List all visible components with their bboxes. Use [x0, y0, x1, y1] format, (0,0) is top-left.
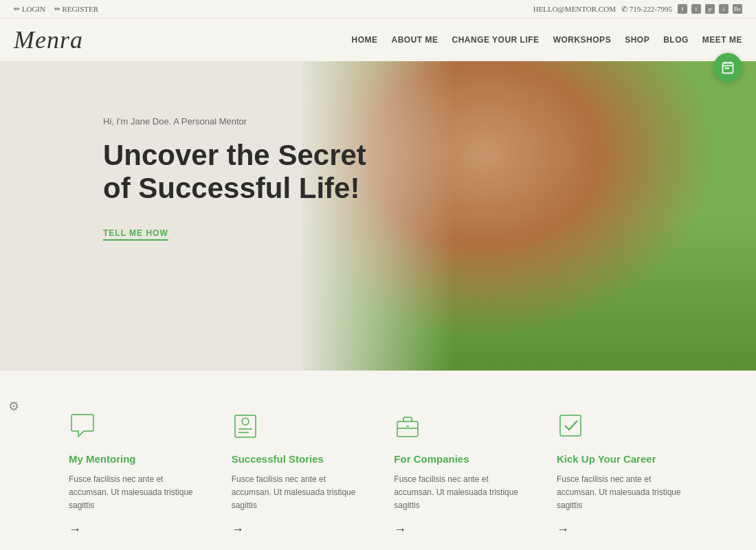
feature-career: Kick Up Your Career Fusce facilisis nec …: [543, 412, 701, 537]
mentoring-icon: [69, 412, 199, 442]
top-bar: ✏ LOGIN ✏ REGISTER HELLO@MENTOR.COM ✆ 71…: [0, 0, 756, 19]
facebook-icon[interactable]: f: [678, 4, 687, 14]
stories-icon: [232, 412, 362, 442]
badge-card-icon: [232, 412, 259, 439]
svg-rect-13: [560, 415, 581, 436]
stories-desc: Fusce facilisis nec ante et accumsan. Ut…: [232, 473, 362, 513]
hero-cta-link[interactable]: TELL ME HOW: [103, 228, 168, 241]
mentoring-desc: Fusce facilisis nec ante et accumsan. Ut…: [69, 473, 199, 513]
nav-about[interactable]: ABOUT ME: [392, 35, 438, 45]
companies-icon: [394, 412, 524, 442]
companies-desc: Fusce facilisis nec ante et accumsan. Ut…: [394, 473, 524, 513]
companies-arrow[interactable]: →: [394, 522, 524, 537]
header: Menra HOME ABOUT ME CHANGE YOUR LIFE WOR…: [0, 19, 756, 61]
feature-mentoring: My Mentoring Fusce facilisis nec ante et…: [55, 412, 213, 537]
career-icon: [557, 412, 687, 442]
feature-stories: Successful Stories Fusce facilisis nec a…: [218, 412, 376, 537]
social-icons: f t p i Be: [678, 4, 742, 14]
calendar-icon: [721, 60, 735, 74]
nav-meet[interactable]: MEET ME: [702, 35, 742, 45]
main-nav: HOME ABOUT ME CHANGE YOUR LIFE WORKSHOPS…: [352, 35, 743, 45]
companies-title: For Companies: [394, 453, 524, 465]
nav-change[interactable]: CHANGE YOUR LIFE: [452, 35, 540, 45]
behance-icon[interactable]: Be: [733, 4, 742, 14]
hero-subtitle: Hi, I'm Jane Doe. A Personal Mentor: [103, 116, 378, 126]
hero-title: Uncover the Secret of Successful Life!: [103, 139, 378, 206]
svg-rect-5: [727, 67, 729, 69]
briefcase-icon: [394, 412, 421, 439]
feature-companies: For Companies Fusce facilisis nec ante e…: [380, 412, 538, 537]
register-link[interactable]: ✏ REGISTER: [54, 5, 98, 13]
features-section: My Mentoring Fusce facilisis nec ante et…: [0, 371, 756, 550]
register-label: REGISTER: [62, 5, 98, 13]
login-link[interactable]: ✏ LOGIN: [14, 5, 45, 13]
svg-rect-4: [725, 67, 727, 69]
check-square-icon: [557, 412, 584, 439]
chat-bubble-icon: [69, 412, 96, 439]
stories-arrow[interactable]: →: [232, 522, 362, 537]
top-bar-contact: HELLO@MENTOR.COM ✆ 719-222-7995 f t p i …: [533, 4, 742, 14]
hero-section: Hi, I'm Jane Doe. A Personal Mentor Unco…: [0, 61, 756, 371]
mentoring-arrow[interactable]: →: [69, 522, 199, 537]
nav-workshops[interactable]: WORKSHOPS: [553, 35, 612, 45]
pinterest-icon[interactable]: p: [705, 4, 715, 14]
instagram-icon[interactable]: i: [719, 4, 729, 14]
mentoring-title: My Mentoring: [69, 453, 199, 465]
career-arrow[interactable]: →: [557, 522, 687, 537]
twitter-icon[interactable]: t: [691, 4, 701, 14]
phone-text: ✆ 719-222-7995: [621, 5, 672, 14]
svg-rect-6: [235, 415, 256, 437]
nav-blog[interactable]: BLOG: [663, 35, 689, 45]
settings-icon[interactable]: ⚙: [8, 399, 19, 414]
nav-shop[interactable]: SHOP: [625, 35, 649, 45]
login-label: LOGIN: [22, 5, 45, 13]
hero-content: Hi, I'm Jane Doe. A Personal Mentor Unco…: [103, 116, 378, 239]
top-bar-auth: ✏ LOGIN ✏ REGISTER: [14, 5, 105, 14]
nav-home[interactable]: HOME: [352, 35, 378, 45]
stories-title: Successful Stories: [232, 453, 362, 465]
career-title: Kick Up Your Career: [557, 453, 687, 465]
svg-rect-10: [397, 421, 418, 437]
email-text: HELLO@MENTOR.COM: [533, 5, 616, 13]
career-desc: Fusce facilisis nec ante et accumsan. Ut…: [557, 473, 687, 513]
logo[interactable]: Menra: [14, 25, 83, 54]
svg-point-7: [242, 418, 249, 425]
calendar-button[interactable]: [713, 53, 742, 82]
